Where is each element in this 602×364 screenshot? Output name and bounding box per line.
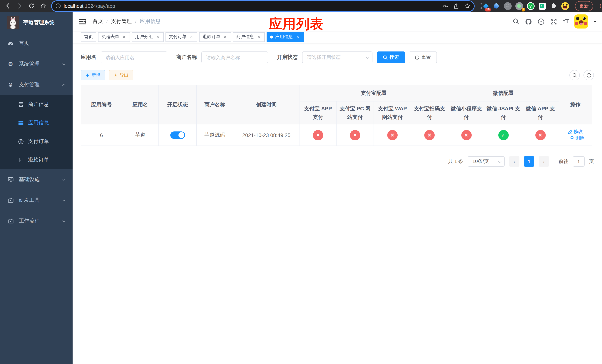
alipay-wap-status-icon [387,130,398,140]
screen: localhost:1024/pay/app 10 ⌘ 1 y [0,0,602,364]
user-avatar[interactable] [574,14,589,29]
help-icon[interactable]: ? [538,18,545,25]
sidebar-item-payment[interactable]: ¥ 支付管理 [0,75,73,95]
ext-y-icon[interactable]: y [527,2,535,10]
sidebar-item-system[interactable]: ⚙ 系统管理 [0,54,73,75]
show-search-button[interactable] [570,70,580,80]
browser-update-button[interactable]: 更新 [575,1,593,11]
sidebar-item-devtools[interactable]: 研发工具 [0,190,73,211]
close-icon[interactable]: × [223,34,228,39]
group-alipay: 支付宝配置 [300,85,448,101]
app-logo[interactable]: 芋道管理系统 [0,12,73,33]
page-1-button[interactable]: 1 [524,156,534,167]
breadcrumb-home[interactable]: 首页 [93,18,103,25]
font-size-icon[interactable]: TT [563,19,569,24]
ext-recorder-icon[interactable]: 1 [515,2,523,10]
close-icon[interactable]: × [189,34,194,39]
search-button[interactable]: 搜索 [377,52,405,63]
close-icon[interactable]: × [121,34,127,39]
bookmark-star-icon[interactable] [464,3,470,9]
ext-kite-icon[interactable] [492,2,500,10]
forward-icon[interactable] [15,1,24,11]
github-icon[interactable] [525,18,532,25]
sidebar-item-home[interactable]: 首页 [0,33,73,54]
tag-payment-order[interactable]: 支付订单× [165,32,197,42]
share-icon[interactable] [453,3,459,9]
group-wechat: 微信配置 [448,85,559,101]
svg-text:¥: ¥ [20,140,22,143]
ext-command-icon[interactable]: ⌘ [504,2,512,10]
cell-merchant: 芋道源码 [196,124,233,146]
sidebar: 芋道管理系统 首页 ⚙ 系统管理 ¥ 支付管理 [0,12,73,364]
ext-chat-icon[interactable] [538,2,546,10]
sidebar-item-infra[interactable]: 基础设施 [0,169,73,190]
active-dot [270,35,273,38]
cell-app-id: 6 [81,124,122,146]
sidebar-item-refund-order[interactable]: 退款订单 [0,151,73,169]
sidebar-item-app-info[interactable]: 应用信息 [0,114,73,132]
close-icon[interactable]: × [155,34,160,39]
chevron-down-icon [62,198,66,202]
ext-pinned-icon[interactable]: 10 [481,2,489,10]
sidebar-item-merchant-info[interactable]: 商户信息 [0,95,73,114]
next-page-button[interactable]: › [539,156,549,167]
tags-view: 首页 流程表单× 用户分组× 支付订单× 退款订单× 商户信息× 应用信息× [73,31,602,43]
merchant-name-input[interactable] [201,52,268,63]
edit-link[interactable]: 修改 [568,128,583,135]
prev-page-button[interactable]: ‹ [509,156,519,167]
extensions-puzzle-icon[interactable] [549,2,558,10]
goto-page-input[interactable] [573,156,585,167]
close-icon[interactable]: × [256,34,261,39]
status-select[interactable]: 请选择开启状态 [302,52,372,63]
col-wx-mini: 微信小程序支付 [448,101,485,124]
select-placeholder: 请选择开启状态 [307,54,341,61]
sidebar-item-label: 商户信息 [28,101,49,108]
status-toggle[interactable] [170,131,185,139]
sidebar-item-workflow[interactable]: 工作流程 [0,211,73,231]
chevron-up-icon [62,83,66,87]
sidebar-item-label: 首页 [19,40,66,47]
profile-avatar-icon[interactable] [561,2,569,10]
search-icon [383,55,388,60]
col-wx-jsapi: 微信 JSAPI 支付 [485,101,522,124]
tag-merchant-info[interactable]: 商户信息× [233,32,265,42]
home-icon[interactable] [39,1,48,11]
sidebar-item-label: 支付订单 [28,138,49,145]
close-icon[interactable]: × [295,34,300,39]
pagination: 共 1 条 10条/页 ‹ 1 › 前往 页 [81,156,594,167]
add-button[interactable]: 新增 [81,70,105,80]
reset-button[interactable]: 重置 [409,52,437,63]
status-label: 开启状态 [277,54,298,61]
collapse-sidebar-icon[interactable] [78,17,87,26]
tag-home[interactable]: 首页 [81,32,96,42]
download-icon [114,73,118,77]
pencil-icon [568,129,572,134]
breadcrumb-payment[interactable]: 支付管理 [111,18,132,25]
back-icon[interactable] [3,1,13,11]
sidebar-item-payment-order[interactable]: ¥ 支付订单 [0,132,73,151]
col-app-name: 应用名 [122,85,159,124]
delete-link[interactable]: 删除 [570,135,585,141]
page-size-select[interactable]: 10条/页 [468,156,505,167]
avatar-dropdown-icon[interactable]: ▾ [594,19,596,24]
url-bar[interactable]: localhost:1024/pay/app [52,1,474,11]
fullscreen-icon[interactable] [550,18,557,25]
refresh-table-button[interactable] [583,70,594,80]
password-key-icon[interactable] [443,3,448,9]
breadcrumb: 首页 / 支付管理 / 应用信息 [93,18,161,25]
site-info-icon[interactable] [55,3,61,9]
reload-icon[interactable] [27,1,36,11]
export-button[interactable]: 导出 [109,70,133,80]
tag-refund-order[interactable]: 退款订单× [199,32,231,42]
tag-app-info[interactable]: 应用信息× [267,32,304,42]
app-name-input[interactable] [101,52,167,63]
browser-menu-icon[interactable]: ⋮ [598,3,602,9]
header-search-icon[interactable] [513,18,519,25]
tag-process-form[interactable]: 流程表单× [98,32,130,42]
tag-user-group[interactable]: 用户分组× [132,32,164,42]
refresh-icon [415,55,419,60]
page-content: 应用名 商户名称 开启状态 请选择开启状态 搜索 [73,43,602,364]
col-actions: 操作 [559,85,592,124]
chevron-down-icon [62,178,66,182]
table-toolbar: 新增 导出 [81,70,594,80]
